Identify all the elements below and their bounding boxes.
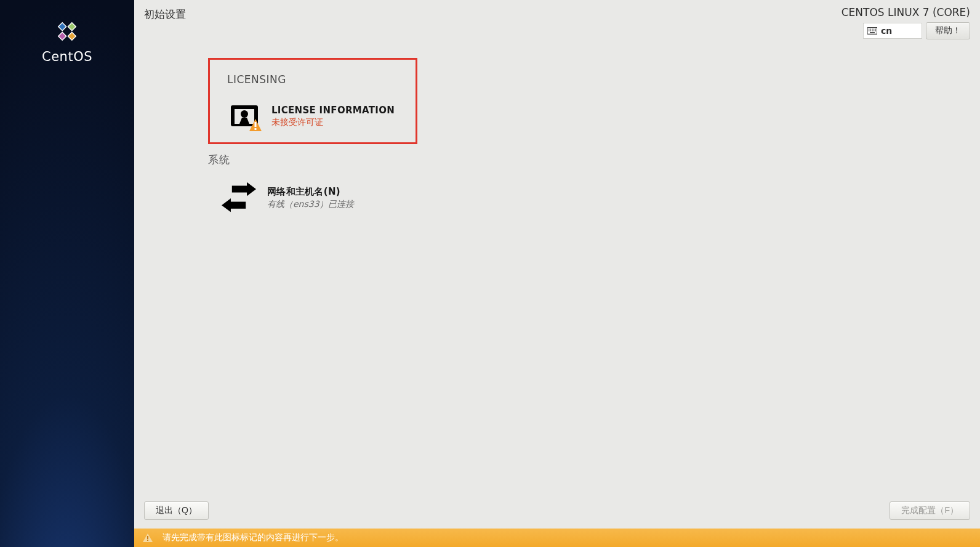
- warning-message: 请先完成带有此图标标记的内容再进行下一步。: [163, 532, 343, 543]
- main-panel: 初始设置 CENTOS LINUX 7 (CORE) cn 帮助！: [134, 0, 980, 547]
- license-spoke-title: LICENSE INFORMATION: [271, 105, 395, 116]
- network-hostname-spoke[interactable]: 网络和主机名(N) 有线（ens33）已连接: [208, 178, 970, 227]
- centos-logo: CentOS: [42, 17, 92, 64]
- keyboard-layout-text: cn: [881, 26, 892, 36]
- warning-icon: [143, 533, 153, 542]
- svg-rect-18: [875, 30, 876, 31]
- svg-rect-17: [874, 30, 874, 31]
- finish-configuration-button[interactable]: 完成配置（F）: [890, 501, 970, 520]
- svg-rect-10: [870, 29, 871, 30]
- keyboard-layout-indicator[interactable]: cn: [863, 23, 922, 39]
- svg-rect-1: [68, 32, 76, 40]
- keyboard-icon: [867, 27, 877, 34]
- sidebar: CentOS: [0, 0, 134, 547]
- svg-point-22: [241, 110, 248, 118]
- svg-rect-13: [875, 29, 876, 30]
- licensing-highlight: LICENSING LICEN: [208, 58, 417, 144]
- svg-rect-11: [872, 29, 872, 30]
- page-title: 初始设置: [144, 6, 186, 22]
- svg-rect-0: [68, 23, 76, 31]
- os-label: CENTOS LINUX 7 (CORE): [841, 6, 970, 18]
- license-information-spoke[interactable]: LICENSE INFORMATION 未接受许可证: [227, 99, 404, 134]
- svg-rect-26: [147, 540, 148, 541]
- network-spoke-status: 有线（ens33）已连接: [267, 199, 354, 210]
- help-button[interactable]: 帮助！: [926, 22, 970, 39]
- svg-rect-2: [58, 32, 66, 40]
- licensing-heading: LICENSING: [227, 73, 404, 86]
- svg-rect-12: [874, 29, 874, 30]
- svg-rect-16: [872, 30, 872, 31]
- license-icon: [227, 99, 262, 134]
- svg-rect-23: [255, 122, 257, 127]
- svg-rect-9: [869, 29, 869, 30]
- network-spoke-title: 网络和主机名(N): [267, 186, 354, 198]
- svg-rect-15: [870, 30, 871, 31]
- svg-rect-25: [147, 536, 148, 539]
- svg-rect-19: [870, 32, 875, 33]
- license-spoke-status: 未接受许可证: [271, 117, 395, 128]
- footer: 退出（Q） 完成配置（F）: [134, 495, 980, 529]
- svg-rect-3: [58, 23, 66, 31]
- warning-bar: 请先完成带有此图标标记的内容再进行下一步。: [134, 529, 980, 547]
- content: LICENSING LICEN: [134, 39, 980, 495]
- quit-button[interactable]: 退出（Q）: [144, 501, 209, 520]
- system-heading: 系统: [208, 153, 970, 167]
- svg-rect-14: [869, 30, 869, 31]
- centos-logo-text: CentOS: [42, 49, 92, 64]
- centos-logo-icon: [53, 17, 81, 46]
- svg-rect-24: [255, 128, 257, 130]
- header: 初始设置 CENTOS LINUX 7 (CORE) cn 帮助！: [134, 0, 980, 39]
- network-icon: [222, 180, 256, 215]
